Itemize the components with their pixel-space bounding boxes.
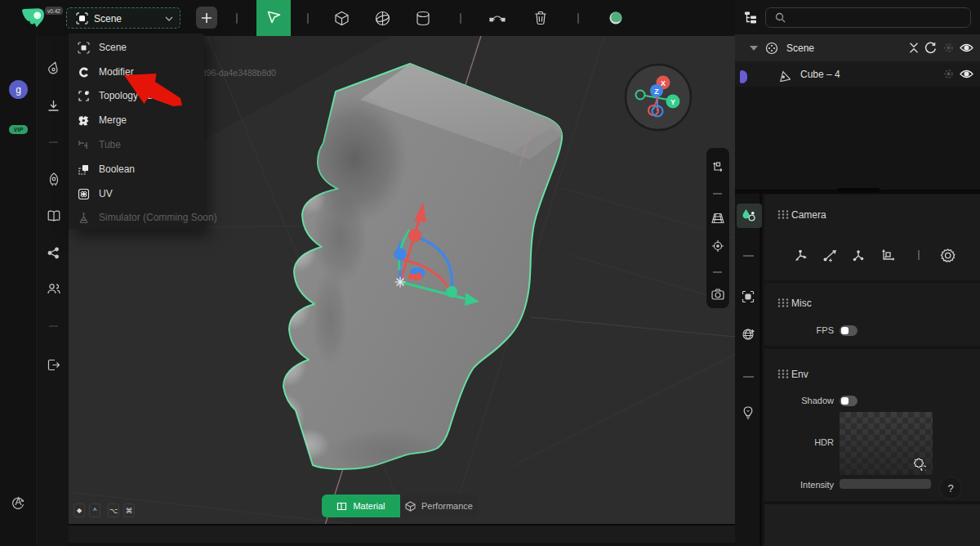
svg-text:Y: Y [670, 98, 675, 106]
svg-text:X: X [661, 79, 666, 87]
svg-text:Z: Z [654, 87, 659, 96]
